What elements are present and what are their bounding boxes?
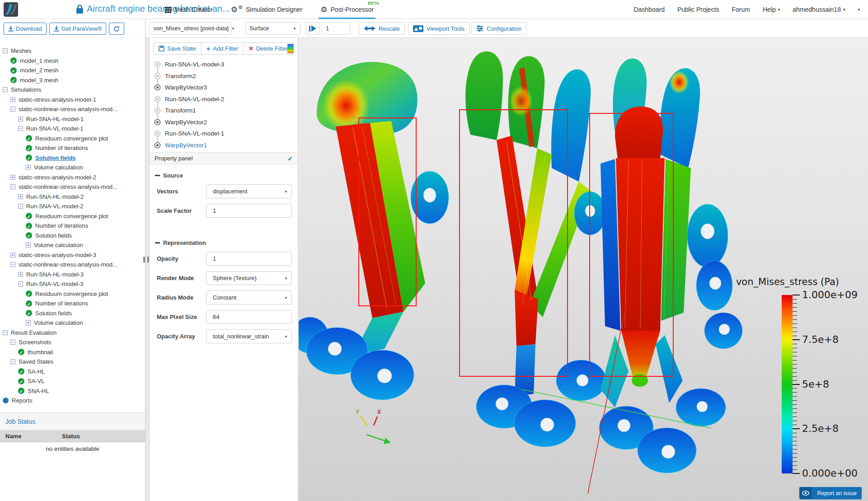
- collapse-icon: −: [10, 340, 15, 345]
- tree-item-sa-vl[interactable]: SA-VL: [0, 376, 145, 386]
- tree-item-screenshots[interactable]: −Screenshots: [0, 337, 145, 347]
- tree-item-simulations[interactable]: −Simulations: [0, 85, 145, 95]
- opacity-array-select[interactable]: total_nonlinear_strain▼: [206, 329, 292, 343]
- visibility-off-eye-icon[interactable]: [154, 73, 161, 80]
- tab-post-processor[interactable]: ⚙Post-ProcessorBETA: [320, 0, 374, 19]
- tab-mesh-creator[interactable]: Mesh Creator: [165, 0, 213, 19]
- tree-item-run-sna-vl-model-3[interactable]: −Run-SNA-VL-model-3: [0, 279, 145, 289]
- scale-factor-input[interactable]: 1: [206, 204, 292, 218]
- max-pixel-size-input[interactable]: 64: [206, 310, 292, 324]
- visibility-off-eye-icon[interactable]: [154, 96, 161, 103]
- visibility-on-eye-icon[interactable]: [154, 84, 161, 91]
- pipeline-item-label[interactable]: Run-SNA-VL-model-3: [165, 61, 224, 68]
- tree-item-volume-calculation[interactable]: +Volume calculation: [0, 240, 145, 250]
- pipeline-item-label[interactable]: Run-SNA-VL-model-1: [165, 130, 224, 137]
- tree-item-static-stress-analysis-model-3[interactable]: +static-stress-analysis-model-3: [0, 250, 145, 260]
- tree-item-residuum-convergence-plot[interactable]: Residuum convergence plot: [0, 134, 145, 144]
- play-button[interactable]: [306, 22, 319, 35]
- tree-item-run-sna-hl-model-3[interactable]: +Run-SNA-HL-model-3: [0, 270, 145, 280]
- nav-more[interactable]: ▾: [858, 7, 860, 12]
- tree-item-residuum-convergence-plot[interactable]: Residuum convergence plot: [0, 289, 145, 299]
- tree-item-result-evaluation[interactable]: −Result Evaluation: [0, 328, 145, 338]
- tree-item-reports[interactable]: Reports: [0, 396, 145, 406]
- render-mode-select[interactable]: Sphere (Texture)▼: [206, 271, 292, 285]
- tree-item-static-nonlinear-stress-analysis-mod-[interactable]: −static-nonlinear-stress-analysis-mod...: [0, 104, 145, 114]
- tab-simulation-designer[interactable]: ⚙⚙Simulation Designer: [231, 0, 302, 19]
- tree-item-model-3-mesh[interactable]: model_3 mesh: [0, 75, 145, 85]
- field-select[interactable]: von_Mises_stress [point-data] ▼: [150, 22, 232, 35]
- tree-item-solution-fields[interactable]: Solution fields: [0, 231, 145, 241]
- tree-item-volume-calculation[interactable]: +Volume calculation: [0, 163, 145, 173]
- delete-filter-button[interactable]: ✕ Delete Filter: [244, 42, 293, 55]
- tree-item-static-nonlinear-stress-analysis-mod-[interactable]: −static-nonlinear-stress-analysis-mod...: [0, 260, 145, 270]
- tree-item-sa-hl[interactable]: SA-HL: [0, 367, 145, 377]
- tree-item-solution-fields[interactable]: Solution fields: [0, 309, 145, 318]
- tree-item-static-nonlinear-stress-analysis-mod-[interactable]: −static-nonlinear-stress-analysis-mod...: [0, 182, 145, 192]
- visibility-off-eye-icon[interactable]: [154, 61, 161, 68]
- pipeline-item-label[interactable]: Transform2: [165, 73, 196, 80]
- nav-dashboard[interactable]: Dashboard: [633, 6, 665, 13]
- pipeline-item-label[interactable]: WarpByVector3: [165, 84, 207, 91]
- opacity-input[interactable]: 1: [206, 252, 292, 266]
- tree-item-sna-hl[interactable]: SNA-HL: [0, 386, 145, 396]
- tree-item-run-sna-vl-model-2[interactable]: −Run-SNA-VL-model-2: [0, 201, 145, 211]
- visibility-off-eye-icon[interactable]: [154, 107, 161, 114]
- tree-item-residuum-convergence-plot[interactable]: Residuum convergence plot: [0, 211, 145, 221]
- tree-item-thumbnail[interactable]: thumbnail: [0, 347, 145, 357]
- legend-minor-tick: [793, 348, 797, 348]
- apply-check-icon[interactable]: ✓: [287, 155, 293, 162]
- render-viewport[interactable]: Y X von_Mises_stress (Pa) 1.000e+097.5e+…: [299, 38, 868, 501]
- tree-item-solution-fields[interactable]: Solution fields: [0, 153, 145, 163]
- tree-item-volume-calculation[interactable]: +Volume calculation: [0, 318, 145, 328]
- tree-item-run-sna-vl-model-1[interactable]: −Run-SNA-VL-model-1: [0, 124, 145, 134]
- get-paraview-button[interactable]: Get ParaView®: [49, 23, 107, 35]
- pipeline-item-label[interactable]: WarpByVector2: [165, 119, 207, 126]
- representation-select[interactable]: Surface ▼: [245, 22, 300, 35]
- vectors-select[interactable]: displacement▼: [206, 184, 292, 198]
- visibility-on-eye-icon[interactable]: [154, 142, 161, 149]
- tree-item-number-of-iterations[interactable]: Number of iterations: [0, 221, 145, 231]
- radius-mode-select[interactable]: Constant▼: [206, 290, 292, 304]
- gear-icon: ⚙: [320, 6, 327, 14]
- tree-item-model-2-mesh[interactable]: model_2 mesh: [0, 66, 145, 75]
- tree-item-run-sna-hl-model-1[interactable]: +Run-SNA-HL-model-1: [0, 114, 145, 124]
- pipeline-item-label[interactable]: Run-SNA-VL-model-2: [165, 96, 224, 103]
- gear-icon: ⚙: [238, 5, 243, 10]
- tree-item-static-stress-analysis-model-1[interactable]: +static-stress-analysis-model-1: [0, 95, 145, 105]
- nav-help[interactable]: Help▾: [763, 6, 780, 13]
- panel-resize-handle[interactable]: ▌▌: [143, 257, 147, 265]
- configuration-button[interactable]: Configuration: [471, 22, 526, 35]
- legend-minor-tick: [793, 469, 797, 470]
- tree-item-model-1-mesh[interactable]: model_1 mesh: [0, 56, 145, 66]
- tree-item-run-sna-hl-model-2[interactable]: +Run-SNA-HL-model-2: [0, 192, 145, 202]
- add-filter-button[interactable]: + Add Filter: [202, 42, 244, 55]
- tree-item-number-of-iterations[interactable]: Number of iterations: [0, 143, 145, 153]
- viewport-tools-button[interactable]: Viewport Tools: [408, 22, 469, 35]
- frame-input[interactable]: 1: [322, 22, 350, 35]
- refresh-button[interactable]: [109, 23, 124, 35]
- colormap-swatch[interactable]: [287, 44, 294, 53]
- visibility-on-eye-icon[interactable]: [154, 119, 161, 126]
- tree-item-label: Run-SNA-HL-model-2: [26, 193, 84, 200]
- pipeline-item-label[interactable]: Transform1: [165, 107, 196, 114]
- pipeline-item-label[interactable]: WarpByVector1: [165, 142, 207, 149]
- rescale-button[interactable]: Rescale: [359, 22, 405, 35]
- section-header-representation[interactable]: Representation: [155, 239, 298, 246]
- nav-forum[interactable]: Forum: [732, 6, 750, 13]
- visibility-off-eye-icon[interactable]: [154, 130, 161, 137]
- lock-icon[interactable]: [76, 4, 84, 16]
- tree-item-label: Number of iterations: [35, 300, 88, 307]
- section-header-source[interactable]: Source: [155, 172, 298, 179]
- download-button[interactable]: Download: [4, 23, 47, 35]
- report-issue-button[interactable]: Report an issue: [799, 487, 862, 499]
- tree-item-saved-states[interactable]: −Saved States: [0, 357, 145, 367]
- tree-item-meshes[interactable]: −Meshes: [0, 46, 145, 56]
- collapse-icon: −: [18, 126, 23, 131]
- legend-minor-tick: [793, 437, 797, 437]
- tree-item-static-stress-analysis-model-2[interactable]: +static-stress-analysis-model-2: [0, 173, 145, 183]
- app-logo-icon[interactable]: [4, 2, 18, 17]
- tree-item-number-of-iterations[interactable]: Number of iterations: [0, 299, 145, 309]
- nav-public-projects[interactable]: Public Projects: [677, 6, 719, 13]
- nav-ahmedhussain18[interactable]: ahmedhussain18▾: [793, 6, 845, 13]
- save-state-button[interactable]: Save State: [153, 42, 202, 55]
